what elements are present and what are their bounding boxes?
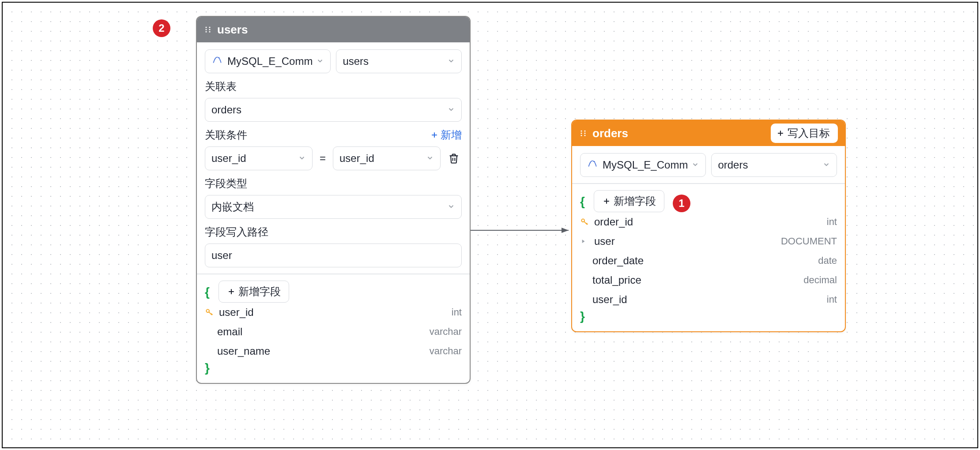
field-type-value: 内嵌文档 [211, 200, 444, 214]
add-field-button[interactable]: 新增字段 [219, 281, 289, 303]
canvas[interactable]: 2 users MySQL_E_Comm use [2, 2, 978, 448]
chevron-down-icon [316, 55, 324, 68]
field-row[interactable]: order_date date [580, 251, 837, 270]
field-row[interactable]: user_id int [580, 290, 837, 309]
add-field-label: 新增字段 [614, 194, 656, 208]
chevron-down-icon [447, 104, 455, 116]
svg-point-8 [580, 130, 582, 131]
drag-handle-icon[interactable] [204, 26, 212, 34]
annotation-badge-2: 2 [153, 19, 170, 37]
join-operator: = [318, 152, 328, 165]
delete-condition-button[interactable] [446, 150, 462, 166]
field-type: varchar [430, 326, 462, 338]
svg-point-4 [205, 31, 207, 32]
svg-point-0 [205, 26, 207, 28]
node-orders-title: orders [592, 127, 628, 140]
write-target-button[interactable]: 写入目标 [771, 124, 838, 143]
node-users-body: MySQL_E_Comm users 关联表 orders [197, 42, 470, 274]
field-row[interactable]: user_id int [205, 303, 462, 322]
node-orders-header[interactable]: orders 写入目标 [572, 120, 845, 146]
field-type: DOCUMENT [781, 236, 837, 247]
field-name: order_date [592, 255, 818, 267]
field-row[interactable]: user DOCUMENT [580, 232, 837, 251]
field-name: email [217, 326, 430, 338]
svg-point-14 [581, 219, 584, 222]
field-row[interactable]: user_name varchar [205, 341, 462, 361]
open-brace-icon: { [580, 195, 585, 208]
mysql-icon [211, 54, 223, 68]
node-orders[interactable]: orders 写入目标 MySQL_E_Comm or [571, 120, 846, 332]
table-select[interactable]: users [336, 49, 462, 73]
join-left-select[interactable]: user_id [205, 146, 313, 170]
add-field-button[interactable]: 新增字段 [594, 190, 664, 212]
field-type: date [818, 255, 837, 266]
svg-point-3 [209, 29, 210, 30]
close-brace-icon: } [580, 309, 585, 323]
field-row[interactable]: email varchar [205, 322, 462, 341]
connector-arrow [471, 226, 571, 235]
chevron-down-icon [822, 159, 830, 171]
field-type: decimal [803, 274, 837, 286]
chevron-down-icon [447, 55, 455, 68]
users-fields-block: { 新增字段 user_id int email varchar user_na… [197, 274, 470, 383]
chevron-down-icon [426, 152, 434, 165]
svg-point-2 [205, 29, 207, 30]
add-condition-button[interactable]: 新增 [430, 128, 462, 142]
svg-point-9 [584, 130, 585, 131]
node-users-header[interactable]: users [197, 17, 470, 42]
connection-value: MySQL_E_Comm [603, 159, 688, 171]
join-right-value: user_id [339, 152, 422, 165]
field-type: int [827, 294, 837, 305]
svg-point-1 [209, 26, 210, 28]
write-path-label: 字段写入路径 [205, 225, 462, 239]
node-users[interactable]: users MySQL_E_Comm users [196, 16, 471, 384]
field-type: varchar [430, 345, 462, 357]
table-value: users [343, 55, 444, 68]
field-type-label: 字段类型 [205, 176, 462, 191]
field-row[interactable]: total_price decimal [580, 270, 837, 290]
write-path-input[interactable]: user [205, 244, 462, 267]
chevron-down-icon [298, 152, 306, 165]
svg-point-11 [584, 132, 585, 134]
close-brace-icon: } [205, 361, 210, 375]
svg-point-13 [584, 135, 585, 136]
connection-value: MySQL_E_Comm [227, 55, 313, 68]
field-name: order_id [594, 216, 827, 228]
svg-point-6 [206, 309, 209, 312]
related-table-value: orders [211, 104, 444, 116]
field-name: user [594, 235, 781, 248]
node-users-title: users [217, 23, 248, 37]
svg-point-12 [580, 135, 582, 136]
field-name: total_price [592, 274, 803, 286]
connection-select[interactable]: MySQL_E_Comm [580, 153, 706, 177]
field-name: user_id [592, 293, 827, 306]
field-row[interactable]: order_id int [580, 212, 837, 232]
table-value: orders [718, 159, 819, 171]
caret-right-icon[interactable] [580, 238, 591, 244]
add-condition-label: 新增 [441, 128, 462, 142]
svg-point-5 [209, 31, 210, 32]
annotation-badge-1: 1 [673, 195, 690, 212]
add-field-label: 新增字段 [238, 285, 281, 299]
join-left-value: user_id [211, 152, 294, 165]
drag-handle-icon[interactable] [579, 129, 587, 137]
table-select[interactable]: orders [711, 153, 837, 177]
primary-key-icon [205, 308, 215, 317]
field-type: int [827, 216, 837, 228]
field-type: int [452, 307, 462, 318]
join-right-select[interactable]: user_id [333, 146, 441, 170]
chevron-down-icon [447, 201, 455, 213]
connection-select[interactable]: MySQL_E_Comm [205, 49, 331, 73]
orders-fields-block: { 新增字段 1 order_id int user DOCUMENT [572, 184, 845, 332]
node-orders-body: MySQL_E_Comm orders [572, 146, 845, 184]
related-table-label: 关联表 [205, 79, 462, 94]
chevron-down-icon [691, 159, 699, 171]
open-brace-icon: { [205, 285, 210, 299]
field-type-select[interactable]: 内嵌文档 [205, 195, 462, 219]
field-name: user_id [219, 306, 452, 319]
write-path-value: user [211, 249, 455, 262]
related-table-select[interactable]: orders [205, 98, 462, 122]
primary-key-icon [580, 218, 591, 226]
write-target-label: 写入目标 [788, 126, 830, 140]
field-name: user_name [217, 345, 430, 357]
